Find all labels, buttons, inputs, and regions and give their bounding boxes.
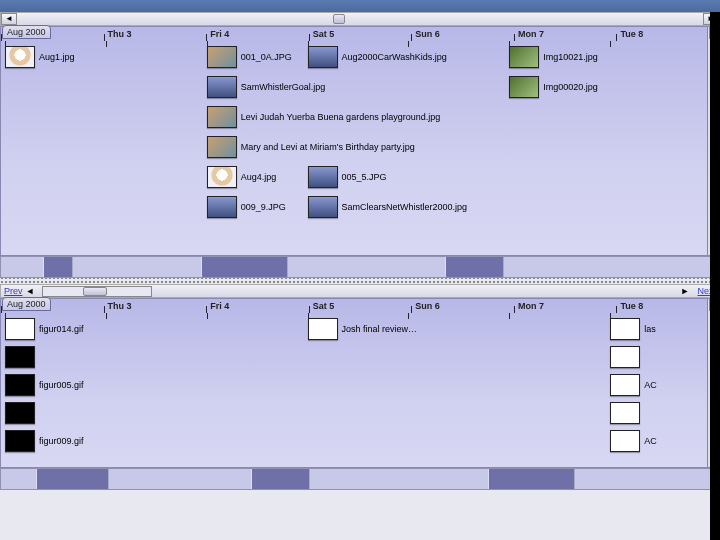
- media-filename: Img00020.jpg: [543, 82, 598, 92]
- overview-segment[interactable]: [288, 257, 446, 277]
- overview-segment[interactable]: [489, 469, 575, 489]
- media-item[interactable]: Img00020.jpg: [509, 75, 598, 99]
- day-column-header: Tue 8: [616, 299, 719, 313]
- media-filename: figur005.gif: [39, 380, 84, 390]
- thumbnail[interactable]: [207, 76, 237, 98]
- thumbnail[interactable]: [5, 346, 35, 368]
- nav-scroll-thumb[interactable]: [83, 287, 107, 296]
- media-item[interactable]: [610, 345, 644, 369]
- day-column-header: Fri 4: [206, 299, 309, 313]
- media-item[interactable]: las: [610, 317, 656, 341]
- media-filename: Aug4.jpg: [241, 172, 277, 182]
- media-item[interactable]: Img10021.jpg: [509, 45, 598, 69]
- top-hscroll[interactable]: ◄ ►: [0, 12, 720, 26]
- media-item[interactable]: Mary and Levi at Miriam's Birthday party…: [207, 135, 415, 159]
- thumbnail[interactable]: [308, 196, 338, 218]
- media-item[interactable]: SamClearsNetWhistler2000.jpg: [308, 195, 468, 219]
- media-item[interactable]: [5, 401, 39, 425]
- hscroll-left-arrow[interactable]: ◄: [1, 13, 17, 25]
- thumbnail[interactable]: [207, 106, 237, 128]
- thumbnail[interactable]: [610, 318, 640, 340]
- thumbnail[interactable]: [207, 166, 237, 188]
- overview-segment[interactable]: [310, 469, 490, 489]
- media-item[interactable]: SamWhistlerGoal.jpg: [207, 75, 326, 99]
- overview-segment[interactable]: [37, 469, 109, 489]
- overview-segment[interactable]: [1, 469, 37, 489]
- overview-segment[interactable]: [73, 257, 202, 277]
- thumbnail[interactable]: [610, 346, 640, 368]
- slide-blank-edge: [710, 12, 720, 540]
- media-filename: figur009.gif: [39, 436, 84, 446]
- month-tab-top[interactable]: Aug 2000: [2, 25, 51, 39]
- thumbnail[interactable]: [308, 166, 338, 188]
- day-column-header: Sun 6: [411, 27, 514, 41]
- media-item[interactable]: [610, 401, 644, 425]
- media-filename: SamClearsNetWhistler2000.jpg: [342, 202, 468, 212]
- media-filename: Aug2000CarWashKids.jpg: [342, 52, 447, 62]
- day-column-header: Mon 7: [514, 27, 617, 41]
- media-item[interactable]: figur005.gif: [5, 373, 84, 397]
- overview-segment[interactable]: [1, 257, 44, 277]
- thumbnail[interactable]: [5, 402, 35, 424]
- media-item[interactable]: Josh final review…: [308, 317, 418, 341]
- thumbnail[interactable]: [5, 430, 35, 452]
- day-label: Tue 8: [620, 301, 643, 311]
- day-label: Fri 4: [210, 29, 229, 39]
- prev-link[interactable]: Prev: [1, 286, 26, 296]
- thumbnail[interactable]: [509, 76, 539, 98]
- overview-segment[interactable]: [575, 469, 719, 489]
- media-item[interactable]: 001_0A.JPG: [207, 45, 292, 69]
- month-tab-bottom[interactable]: Aug 2000: [2, 297, 51, 311]
- thumbnail[interactable]: [610, 430, 640, 452]
- thumbnail[interactable]: [207, 136, 237, 158]
- thumbnail[interactable]: [610, 402, 640, 424]
- overview-segment[interactable]: [446, 257, 503, 277]
- media-item[interactable]: AC: [610, 429, 657, 453]
- media-filename: Aug1.jpg: [39, 52, 75, 62]
- thumbnail[interactable]: [308, 46, 338, 68]
- media-item[interactable]: Levi Judah Yuerba Buena gardens playgrou…: [207, 105, 441, 129]
- media-filename: 001_0A.JPG: [241, 52, 292, 62]
- hscroll-thumb[interactable]: [333, 14, 345, 24]
- overview-segment[interactable]: [109, 469, 253, 489]
- overview-strip-bottom[interactable]: [0, 468, 720, 490]
- nav-right-arrow[interactable]: ►: [680, 286, 694, 297]
- media-item[interactable]: 005_5.JPG: [308, 165, 387, 189]
- thumbnail[interactable]: [5, 374, 35, 396]
- day-grid-bottom: figur014.giffigur005.giffigur009.gifJosh…: [1, 313, 719, 467]
- calendar-pane-bottom: Wed 2Thu 3Fri 4Sat 5Sun 6Mon 7Tue 8 figu…: [0, 298, 720, 468]
- day-column-header: Thu 3: [104, 27, 207, 41]
- thumbnail[interactable]: [610, 374, 640, 396]
- nav-left-arrow[interactable]: ◄: [26, 286, 40, 297]
- day-column-header: Thu 3: [104, 299, 207, 313]
- day-label: Fri 4: [210, 301, 229, 311]
- thumbnail[interactable]: [207, 46, 237, 68]
- media-item[interactable]: figur009.gif: [5, 429, 84, 453]
- media-item[interactable]: Aug4.jpg: [207, 165, 277, 189]
- media-filename: Josh final review…: [342, 324, 418, 334]
- media-item[interactable]: [5, 345, 39, 369]
- thumbnail[interactable]: [509, 46, 539, 68]
- hscroll-track[interactable]: [17, 13, 703, 25]
- month-label-bottom: Aug 2000: [7, 299, 46, 309]
- thumbnail[interactable]: [308, 318, 338, 340]
- media-filename: 009_9.JPG: [241, 202, 286, 212]
- day-label: Sun 6: [415, 29, 440, 39]
- overview-segment[interactable]: [252, 469, 309, 489]
- overview-segment[interactable]: [504, 257, 719, 277]
- day-label: Tue 8: [620, 29, 643, 39]
- day-column-header: Sat 5: [309, 27, 412, 41]
- media-item[interactable]: figur014.gif: [5, 317, 84, 341]
- thumbnail[interactable]: [5, 46, 35, 68]
- media-item[interactable]: Aug2000CarWashKids.jpg: [308, 45, 447, 69]
- media-item[interactable]: Aug1.jpg: [5, 45, 75, 69]
- overview-strip-top[interactable]: [0, 256, 720, 278]
- thumbnail[interactable]: [207, 196, 237, 218]
- overview-segment[interactable]: [44, 257, 73, 277]
- day-label: Sat 5: [313, 29, 335, 39]
- media-item[interactable]: AC: [610, 373, 657, 397]
- media-item[interactable]: 009_9.JPG: [207, 195, 286, 219]
- overview-segment[interactable]: [202, 257, 288, 277]
- thumbnail[interactable]: [5, 318, 35, 340]
- media-filename: AC: [644, 380, 657, 390]
